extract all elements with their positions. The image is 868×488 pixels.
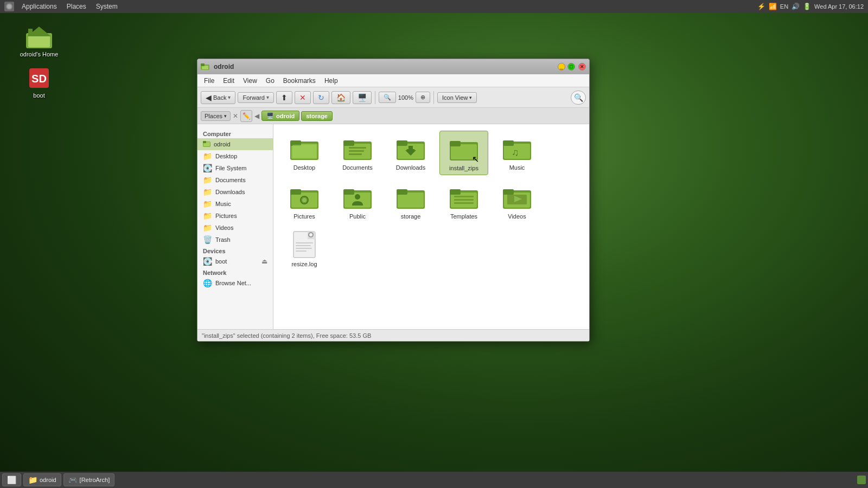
zoom-out-button[interactable]: 🔍 [379, 92, 396, 103]
status-bar: "install_zips" selected (containing 2 it… [197, 329, 589, 341]
boot-icon-label: boot [33, 92, 44, 99]
file-label-pictures: Pictures [293, 213, 315, 220]
sidebar-icon-music: 📁 [203, 200, 212, 208]
search-button[interactable]: 🔍 [571, 91, 586, 105]
up-button[interactable]: ⬆ [276, 91, 292, 104]
network-icon: 📶 [769, 3, 777, 10]
file-item-install-zips[interactable]: ↖ install_zips [439, 131, 488, 175]
sidebar-icon-downloads: 📁 [203, 188, 212, 196]
home-button[interactable]: 🏠 [331, 91, 350, 104]
sidebar-item-browse-network[interactable]: 🌐 Browse Net... [197, 277, 273, 289]
sidebar-icon-trash: 🗑️ [203, 235, 212, 244]
svg-rect-21 [349, 147, 366, 149]
file-item-music[interactable]: ♫ Music [493, 131, 541, 175]
taskbar-right [857, 476, 866, 484]
crumb-storage[interactable]: storage [301, 111, 333, 121]
zoom-in-icon: ⊕ [420, 94, 425, 101]
file-item-desktop[interactable]: Desktop [280, 131, 329, 175]
menu-file[interactable]: File [200, 76, 219, 86]
sidebar-item-trash[interactable]: 🗑️ Trash [197, 234, 273, 246]
svg-rect-66 [296, 245, 311, 246]
menu-bookmarks[interactable]: Bookmarks [279, 76, 320, 86]
taskbar-retroarch[interactable]: 🎮 [RetroArch] [63, 473, 115, 486]
menu-applications[interactable]: Applications [17, 2, 61, 11]
menu-go[interactable]: Go [261, 76, 279, 86]
folder-icon-documents [343, 134, 372, 162]
menu-help[interactable]: Help [320, 76, 342, 86]
file-item-pictures[interactable]: Pictures [280, 179, 329, 223]
svg-point-1 [7, 4, 11, 9]
view-mode-selector[interactable]: Icon View ▾ [437, 92, 477, 103]
file-label-install-zips: install_zips [449, 165, 478, 171]
taskbar-odroid-label: odroid [40, 477, 56, 483]
svg-rect-51 [450, 189, 461, 195]
maximize-button[interactable]: □ [567, 63, 575, 70]
file-item-storage[interactable]: storage [386, 179, 435, 223]
edit-location-button[interactable]: ✏️ [240, 110, 252, 122]
eject-icon[interactable]: ⏏ [261, 258, 267, 265]
computer-icon: 🖥️ [358, 93, 367, 102]
location-nav-left[interactable]: ◀ [254, 112, 259, 120]
file-item-resize-log[interactable]: resize.log [280, 227, 329, 271]
sidebar-icon-odroid [203, 140, 210, 149]
zoom-in-button[interactable]: ⊕ [416, 92, 430, 103]
menu-view[interactable]: View [239, 76, 261, 86]
sidebar-item-music[interactable]: 📁 Music [197, 198, 273, 210]
sidebar: Computer odroid 📁 Desktop 💽 File System [197, 124, 273, 329]
minimize-button[interactable]: _ [558, 63, 565, 70]
file-item-videos[interactable]: Videos [493, 179, 541, 223]
app-menu-icon[interactable] [4, 2, 14, 11]
file-item-public[interactable]: Public [333, 179, 382, 223]
show-desktop-button[interactable]: ⬜ [2, 473, 21, 486]
file-label-music: Music [509, 164, 525, 171]
taskbar-odroid[interactable]: 📁 odroid [23, 473, 61, 486]
menu-edit[interactable]: Edit [219, 76, 239, 86]
back-button[interactable]: ◀ Back ▾ [201, 91, 235, 104]
places-dropdown-button[interactable]: Places ▾ [201, 111, 231, 121]
taskbar-retroarch-label: [RetroArch] [80, 477, 110, 483]
taskbar-retroarch-icon: 🎮 [68, 476, 78, 484]
sidebar-item-pictures[interactable]: 📁 Pictures [197, 210, 273, 222]
file-label-storage: storage [401, 213, 421, 220]
sidebar-item-desktop[interactable]: 📁 Desktop [197, 150, 273, 162]
title-bar[interactable]: odroid _ □ ✕ [197, 59, 589, 74]
home-icon-label: odroid's Home [20, 51, 59, 57]
back-dropdown-arrow[interactable]: ▾ [228, 94, 231, 100]
computer-button[interactable]: 🖥️ [353, 91, 372, 104]
desktop-icon-boot[interactable]: SD boot [17, 65, 61, 99]
svg-rect-35 [503, 140, 514, 146]
top-panel-left: Applications Places System [4, 2, 122, 11]
boot-icon-img: SD [26, 65, 52, 91]
sidebar-item-documents[interactable]: 📁 Documents [197, 174, 273, 186]
back-icon: ◀ [206, 93, 212, 102]
file-label-public: Public [349, 213, 366, 220]
reload-button[interactable]: ↻ [313, 91, 329, 104]
view-dropdown-arrow: ▾ [469, 95, 472, 100]
close-button[interactable]: ✕ [578, 63, 586, 70]
taskbar-folder-icon: 📁 [28, 476, 37, 484]
sidebar-item-videos[interactable]: 📁 Videos [197, 222, 273, 234]
search-icon: 🔍 [574, 93, 583, 102]
sidebar-item-odroid[interactable]: odroid [197, 138, 273, 150]
sidebar-item-downloads[interactable]: 📁 Downloads [197, 186, 273, 198]
desktop-icon-home[interactable]: odroid's Home [17, 24, 61, 57]
stop-icon: ✕ [299, 93, 306, 102]
file-grid: Desktop Documents [273, 124, 589, 329]
places-dropdown-arrow: ▾ [224, 113, 227, 119]
file-item-documents[interactable]: Documents [333, 131, 382, 175]
menu-places[interactable]: Places [62, 2, 91, 11]
crumb-odroid[interactable]: 🖥️ odroid [261, 111, 299, 121]
sidebar-icon-desktop: 📁 [203, 152, 212, 160]
file-label-videos: Videos [508, 213, 526, 220]
location-close-button[interactable]: ✕ [233, 112, 238, 120]
file-item-templates[interactable]: Templates [439, 179, 488, 223]
forward-button[interactable]: Forward ▾ [238, 92, 273, 103]
stop-button[interactable]: ✕ [295, 91, 311, 104]
content-area: Computer odroid 📁 Desktop 💽 File System [197, 124, 589, 329]
file-item-downloads[interactable]: Downloads [386, 131, 435, 175]
pencil-icon: ✏️ [242, 112, 251, 120]
sidebar-item-boot[interactable]: 💽 boot ⏏ [197, 255, 273, 267]
sidebar-item-file-system[interactable]: 💽 File System [197, 162, 273, 174]
menu-system[interactable]: System [92, 2, 122, 11]
forward-dropdown-arrow[interactable]: ▾ [266, 94, 269, 100]
